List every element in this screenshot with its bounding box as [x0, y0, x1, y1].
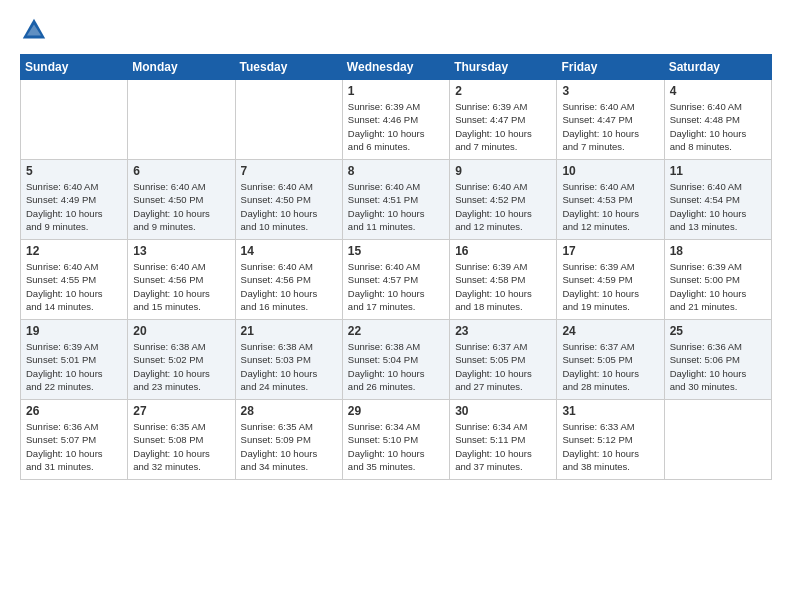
day-cell-1: 1Sunrise: 6:39 AMSunset: 4:46 PMDaylight…	[342, 80, 449, 160]
day-info: Sunrise: 6:39 AMSunset: 4:58 PMDaylight:…	[455, 260, 551, 313]
day-number: 30	[455, 404, 551, 418]
day-info: Sunrise: 6:34 AMSunset: 5:10 PMDaylight:…	[348, 420, 444, 473]
day-number: 20	[133, 324, 229, 338]
day-cell-19: 19Sunrise: 6:39 AMSunset: 5:01 PMDayligh…	[21, 320, 128, 400]
day-cell-23: 23Sunrise: 6:37 AMSunset: 5:05 PMDayligh…	[450, 320, 557, 400]
day-number: 8	[348, 164, 444, 178]
day-cell-10: 10Sunrise: 6:40 AMSunset: 4:53 PMDayligh…	[557, 160, 664, 240]
empty-cell	[664, 400, 771, 480]
day-cell-9: 9Sunrise: 6:40 AMSunset: 4:52 PMDaylight…	[450, 160, 557, 240]
week-row-1: 5Sunrise: 6:40 AMSunset: 4:49 PMDaylight…	[21, 160, 772, 240]
day-cell-3: 3Sunrise: 6:40 AMSunset: 4:47 PMDaylight…	[557, 80, 664, 160]
day-cell-18: 18Sunrise: 6:39 AMSunset: 5:00 PMDayligh…	[664, 240, 771, 320]
day-cell-30: 30Sunrise: 6:34 AMSunset: 5:11 PMDayligh…	[450, 400, 557, 480]
day-cell-31: 31Sunrise: 6:33 AMSunset: 5:12 PMDayligh…	[557, 400, 664, 480]
day-number: 13	[133, 244, 229, 258]
logo	[20, 16, 52, 44]
weekday-header-friday: Friday	[557, 55, 664, 80]
day-info: Sunrise: 6:40 AMSunset: 4:55 PMDaylight:…	[26, 260, 122, 313]
day-info: Sunrise: 6:40 AMSunset: 4:56 PMDaylight:…	[241, 260, 337, 313]
day-cell-28: 28Sunrise: 6:35 AMSunset: 5:09 PMDayligh…	[235, 400, 342, 480]
day-info: Sunrise: 6:38 AMSunset: 5:04 PMDaylight:…	[348, 340, 444, 393]
day-number: 16	[455, 244, 551, 258]
day-info: Sunrise: 6:40 AMSunset: 4:57 PMDaylight:…	[348, 260, 444, 313]
week-row-4: 26Sunrise: 6:36 AMSunset: 5:07 PMDayligh…	[21, 400, 772, 480]
day-info: Sunrise: 6:36 AMSunset: 5:07 PMDaylight:…	[26, 420, 122, 473]
day-number: 28	[241, 404, 337, 418]
day-number: 24	[562, 324, 658, 338]
day-number: 14	[241, 244, 337, 258]
weekday-header-sunday: Sunday	[21, 55, 128, 80]
day-info: Sunrise: 6:40 AMSunset: 4:53 PMDaylight:…	[562, 180, 658, 233]
weekday-header-tuesday: Tuesday	[235, 55, 342, 80]
day-info: Sunrise: 6:39 AMSunset: 4:59 PMDaylight:…	[562, 260, 658, 313]
day-number: 25	[670, 324, 766, 338]
day-cell-16: 16Sunrise: 6:39 AMSunset: 4:58 PMDayligh…	[450, 240, 557, 320]
day-info: Sunrise: 6:39 AMSunset: 4:46 PMDaylight:…	[348, 100, 444, 153]
day-info: Sunrise: 6:34 AMSunset: 5:11 PMDaylight:…	[455, 420, 551, 473]
header	[20, 16, 772, 44]
day-number: 9	[455, 164, 551, 178]
day-cell-8: 8Sunrise: 6:40 AMSunset: 4:51 PMDaylight…	[342, 160, 449, 240]
day-number: 1	[348, 84, 444, 98]
day-cell-20: 20Sunrise: 6:38 AMSunset: 5:02 PMDayligh…	[128, 320, 235, 400]
calendar-table: SundayMondayTuesdayWednesdayThursdayFrid…	[20, 54, 772, 480]
day-cell-11: 11Sunrise: 6:40 AMSunset: 4:54 PMDayligh…	[664, 160, 771, 240]
day-number: 31	[562, 404, 658, 418]
week-row-3: 19Sunrise: 6:39 AMSunset: 5:01 PMDayligh…	[21, 320, 772, 400]
weekday-header-row: SundayMondayTuesdayWednesdayThursdayFrid…	[21, 55, 772, 80]
day-info: Sunrise: 6:40 AMSunset: 4:54 PMDaylight:…	[670, 180, 766, 233]
day-info: Sunrise: 6:40 AMSunset: 4:49 PMDaylight:…	[26, 180, 122, 233]
day-number: 26	[26, 404, 122, 418]
day-cell-15: 15Sunrise: 6:40 AMSunset: 4:57 PMDayligh…	[342, 240, 449, 320]
day-number: 7	[241, 164, 337, 178]
empty-cell	[235, 80, 342, 160]
day-number: 15	[348, 244, 444, 258]
day-number: 19	[26, 324, 122, 338]
day-info: Sunrise: 6:40 AMSunset: 4:47 PMDaylight:…	[562, 100, 658, 153]
day-cell-25: 25Sunrise: 6:36 AMSunset: 5:06 PMDayligh…	[664, 320, 771, 400]
day-cell-21: 21Sunrise: 6:38 AMSunset: 5:03 PMDayligh…	[235, 320, 342, 400]
day-info: Sunrise: 6:35 AMSunset: 5:09 PMDaylight:…	[241, 420, 337, 473]
day-cell-27: 27Sunrise: 6:35 AMSunset: 5:08 PMDayligh…	[128, 400, 235, 480]
day-cell-24: 24Sunrise: 6:37 AMSunset: 5:05 PMDayligh…	[557, 320, 664, 400]
day-info: Sunrise: 6:40 AMSunset: 4:48 PMDaylight:…	[670, 100, 766, 153]
day-info: Sunrise: 6:33 AMSunset: 5:12 PMDaylight:…	[562, 420, 658, 473]
day-number: 22	[348, 324, 444, 338]
weekday-header-saturday: Saturday	[664, 55, 771, 80]
weekday-header-wednesday: Wednesday	[342, 55, 449, 80]
day-info: Sunrise: 6:35 AMSunset: 5:08 PMDaylight:…	[133, 420, 229, 473]
day-info: Sunrise: 6:40 AMSunset: 4:51 PMDaylight:…	[348, 180, 444, 233]
day-number: 12	[26, 244, 122, 258]
day-cell-13: 13Sunrise: 6:40 AMSunset: 4:56 PMDayligh…	[128, 240, 235, 320]
day-info: Sunrise: 6:37 AMSunset: 5:05 PMDaylight:…	[455, 340, 551, 393]
day-cell-17: 17Sunrise: 6:39 AMSunset: 4:59 PMDayligh…	[557, 240, 664, 320]
day-info: Sunrise: 6:40 AMSunset: 4:50 PMDaylight:…	[133, 180, 229, 233]
empty-cell	[21, 80, 128, 160]
day-cell-29: 29Sunrise: 6:34 AMSunset: 5:10 PMDayligh…	[342, 400, 449, 480]
day-number: 23	[455, 324, 551, 338]
day-info: Sunrise: 6:38 AMSunset: 5:03 PMDaylight:…	[241, 340, 337, 393]
day-number: 3	[562, 84, 658, 98]
week-row-2: 12Sunrise: 6:40 AMSunset: 4:55 PMDayligh…	[21, 240, 772, 320]
weekday-header-thursday: Thursday	[450, 55, 557, 80]
day-info: Sunrise: 6:38 AMSunset: 5:02 PMDaylight:…	[133, 340, 229, 393]
page: SundayMondayTuesdayWednesdayThursdayFrid…	[0, 0, 792, 490]
day-number: 21	[241, 324, 337, 338]
day-info: Sunrise: 6:39 AMSunset: 4:47 PMDaylight:…	[455, 100, 551, 153]
day-info: Sunrise: 6:39 AMSunset: 5:00 PMDaylight:…	[670, 260, 766, 313]
week-row-0: 1Sunrise: 6:39 AMSunset: 4:46 PMDaylight…	[21, 80, 772, 160]
day-cell-7: 7Sunrise: 6:40 AMSunset: 4:50 PMDaylight…	[235, 160, 342, 240]
empty-cell	[128, 80, 235, 160]
day-cell-6: 6Sunrise: 6:40 AMSunset: 4:50 PMDaylight…	[128, 160, 235, 240]
day-info: Sunrise: 6:37 AMSunset: 5:05 PMDaylight:…	[562, 340, 658, 393]
day-cell-22: 22Sunrise: 6:38 AMSunset: 5:04 PMDayligh…	[342, 320, 449, 400]
day-cell-14: 14Sunrise: 6:40 AMSunset: 4:56 PMDayligh…	[235, 240, 342, 320]
day-number: 5	[26, 164, 122, 178]
day-cell-4: 4Sunrise: 6:40 AMSunset: 4:48 PMDaylight…	[664, 80, 771, 160]
day-cell-26: 26Sunrise: 6:36 AMSunset: 5:07 PMDayligh…	[21, 400, 128, 480]
day-info: Sunrise: 6:39 AMSunset: 5:01 PMDaylight:…	[26, 340, 122, 393]
day-number: 10	[562, 164, 658, 178]
day-cell-5: 5Sunrise: 6:40 AMSunset: 4:49 PMDaylight…	[21, 160, 128, 240]
day-cell-2: 2Sunrise: 6:39 AMSunset: 4:47 PMDaylight…	[450, 80, 557, 160]
